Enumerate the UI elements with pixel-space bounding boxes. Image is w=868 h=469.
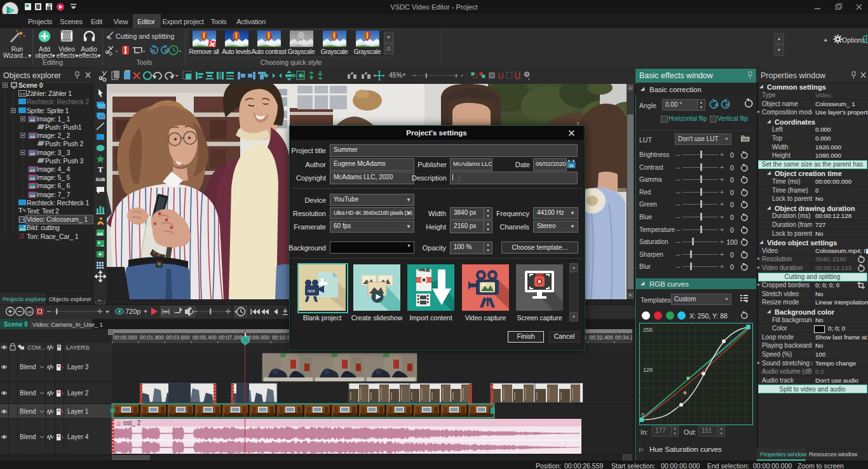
svg-text:15: 15	[714, 103, 718, 107]
svg-text:15: 15	[725, 103, 729, 107]
svg-text:ost_ 2: ost_ 2	[123, 419, 141, 426]
svg-text:128: 128	[643, 367, 653, 373]
svg-text:♫: ♫	[116, 419, 121, 427]
svg-text:255: 255	[643, 327, 653, 333]
svg-text:0: 0	[641, 412, 644, 418]
svg-text:05: 05	[569, 164, 574, 168]
